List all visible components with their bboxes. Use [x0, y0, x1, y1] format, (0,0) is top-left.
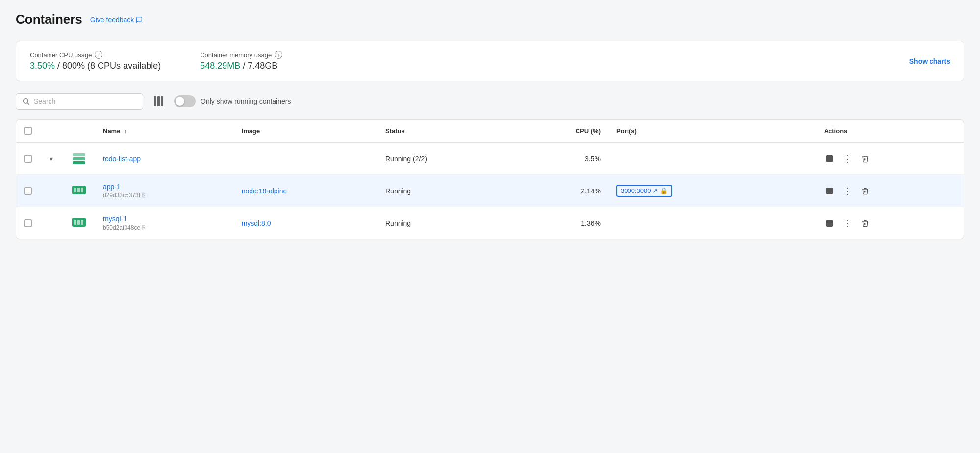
svg-rect-8: [81, 188, 83, 192]
more-button[interactable]: ⋮: [841, 152, 854, 165]
th-ports: Port(s): [608, 120, 816, 142]
row-icon-cell: [63, 175, 95, 207]
row-checkbox-cell: [16, 175, 40, 207]
columns-toggle-button[interactable]: [151, 94, 166, 109]
row-actions-cell: ⋮: [816, 142, 964, 175]
stop-button[interactable]: [824, 186, 835, 196]
memory-metric: Container memory usage i 548.29MB / 7.48…: [200, 51, 282, 71]
th-status: Status: [377, 120, 512, 142]
container-icon: [71, 214, 87, 231]
stop-icon: [826, 220, 833, 227]
row-actions-cell: ⋮: [816, 175, 964, 207]
table-row: mysql-1 b50d2af048ce ⎘ mysql:8.0 Running…: [16, 207, 964, 239]
copy-id-icon[interactable]: ⎘: [142, 224, 146, 231]
image-link[interactable]: mysql:8.0: [242, 219, 271, 227]
status-value: Running: [385, 187, 411, 195]
toolbar: Only show running containers: [16, 93, 964, 110]
toggle-slider: [174, 95, 196, 107]
delete-icon: [861, 187, 869, 195]
show-charts-button[interactable]: Show charts: [909, 57, 950, 65]
row-port-cell: 3000:3000 ↗ 🔒: [608, 175, 816, 207]
svg-rect-7: [77, 188, 80, 192]
table: Name ↑ Image Status CPU (%) Port(s): [16, 120, 964, 239]
container-name-link[interactable]: todo-list-app: [103, 155, 226, 163]
th-cpu: CPU (%): [512, 120, 608, 142]
feedback-link[interactable]: Give feedback: [90, 16, 143, 24]
svg-rect-10: [74, 220, 76, 225]
more-button[interactable]: ⋮: [841, 217, 854, 230]
th-select-all: [16, 120, 40, 142]
image-link[interactable]: node:18-alpine: [242, 187, 287, 195]
cpu-value-cell: 2.14%: [581, 187, 601, 195]
delete-button[interactable]: [859, 185, 871, 197]
svg-rect-4: [73, 161, 85, 164]
running-filter-toggle: Only show running containers: [174, 95, 291, 107]
cpu-value: 3.50% / 800% (8 CPUs available): [30, 61, 161, 71]
container-id: b50d2af048ce ⎘: [103, 224, 226, 231]
search-input[interactable]: [34, 97, 137, 105]
cpu-value-cell: 3.5%: [585, 155, 601, 163]
container-name-link[interactable]: app-1: [103, 183, 226, 191]
expand-button[interactable]: ▾: [48, 154, 55, 164]
page-header: Containers Give feedback: [16, 12, 964, 27]
delete-button[interactable]: [859, 153, 871, 165]
external-link-icon: ↗: [653, 187, 658, 194]
more-icon: ⋮: [843, 154, 852, 163]
memory-separator: /: [240, 61, 248, 71]
stop-button[interactable]: [824, 153, 835, 164]
svg-rect-12: [81, 220, 83, 225]
container-name-link[interactable]: mysql-1: [103, 215, 226, 223]
row-port-cell: [608, 142, 816, 175]
th-name[interactable]: Name ↑: [95, 120, 234, 142]
search-box: [16, 93, 143, 110]
row-image-cell: node:18-alpine: [234, 175, 377, 207]
more-icon: ⋮: [843, 219, 852, 228]
lock-icon: 🔒: [660, 187, 668, 194]
row-cpu-cell: 1.36%: [512, 207, 608, 239]
cpu-highlight: 3.50%: [30, 61, 55, 71]
expand-cell: [40, 175, 63, 207]
search-icon: [22, 97, 30, 105]
more-icon: ⋮: [843, 187, 852, 195]
container-id-text: d29d33c5373f: [103, 192, 140, 199]
name-sort-arrow: ↑: [124, 128, 127, 134]
row-status-cell: Running: [377, 175, 512, 207]
row-checkbox[interactable]: [24, 187, 32, 195]
svg-point-0: [24, 99, 28, 103]
more-button[interactable]: ⋮: [841, 185, 854, 197]
row-icon-cell: [63, 142, 95, 175]
copy-id-icon[interactable]: ⎘: [142, 191, 146, 199]
row-status-cell: Running (2/2): [377, 142, 512, 175]
stop-icon: [826, 155, 833, 162]
port-link[interactable]: 3000:3000: [621, 187, 651, 194]
cpu-total: 800%: [62, 61, 85, 71]
th-icon: [63, 120, 95, 142]
th-image: Image: [234, 120, 377, 142]
row-icon-cell: [63, 207, 95, 239]
cpu-separator: /: [55, 61, 62, 71]
expand-cell: [40, 207, 63, 239]
select-all-checkbox[interactable]: [24, 127, 32, 135]
row-image-cell: mysql:8.0: [234, 207, 377, 239]
row-checkbox-cell: [16, 207, 40, 239]
running-toggle-label[interactable]: [174, 95, 196, 107]
cpu-info-icon[interactable]: i: [95, 51, 102, 59]
row-checkbox[interactable]: [24, 219, 32, 227]
svg-rect-2: [73, 153, 85, 156]
page: Containers Give feedback Container CPU u…: [0, 0, 980, 453]
memory-highlight: 548.29MB: [200, 61, 240, 71]
row-name-cell: mysql-1 b50d2af048ce ⎘: [95, 207, 234, 239]
row-actions-cell: ⋮: [816, 207, 964, 239]
row-checkbox[interactable]: [24, 155, 32, 163]
delete-icon: [861, 155, 869, 163]
th-actions: Actions: [816, 120, 964, 142]
row-name-cell: app-1 d29d33c5373f ⎘: [95, 175, 234, 207]
container-icon: [71, 182, 87, 198]
status-value: Running (2/2): [385, 155, 427, 163]
memory-info-icon[interactable]: i: [275, 51, 282, 59]
table-header-row: Name ↑ Image Status CPU (%) Port(s): [16, 120, 964, 142]
delete-button[interactable]: [859, 217, 871, 229]
memory-total: 7.48GB: [248, 61, 277, 71]
stop-button[interactable]: [824, 218, 835, 229]
row-cpu-cell: 3.5%: [512, 142, 608, 175]
